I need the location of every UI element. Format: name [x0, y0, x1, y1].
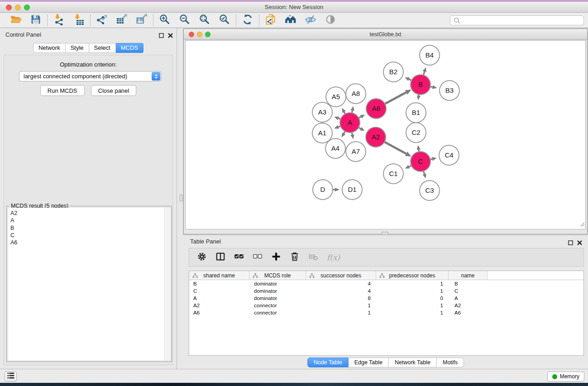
window-resize-grip[interactable]	[579, 220, 585, 229]
criterion-dropdown[interactable]: largest connected component (directed)	[19, 71, 161, 81]
tab-edge-table[interactable]: Edge Table	[349, 357, 389, 367]
graph-node-A1[interactable]: A1	[312, 123, 332, 143]
open-session-button[interactable]	[8, 14, 24, 27]
select-all-columns-button[interactable]	[234, 251, 244, 264]
table-cell[interactable]: 8	[306, 295, 376, 302]
table-cell[interactable]: A	[449, 295, 488, 302]
network-minimize-button[interactable]	[197, 32, 202, 37]
table-cell[interactable]: 1	[306, 302, 376, 309]
table-cell[interactable]: 1	[376, 280, 449, 287]
close-window-button[interactable]	[6, 5, 12, 10]
delete-columns-button[interactable]	[290, 251, 300, 264]
clone-network-button[interactable]	[263, 14, 279, 27]
table-cell[interactable]: dominator	[249, 287, 306, 295]
tab-node-table[interactable]: Node Table	[307, 357, 349, 367]
graph-node-A3[interactable]: A3	[312, 102, 332, 122]
graph-node-A4[interactable]: A4	[325, 138, 345, 158]
memory-button[interactable]: Memory	[547, 372, 584, 381]
column-header-predecessor-nodes[interactable]: predecessor nodes	[376, 271, 449, 280]
graph-node-C[interactable]: C	[411, 152, 430, 172]
table-cell[interactable]: 1	[376, 287, 449, 295]
table-cell[interactable]: B	[449, 280, 488, 287]
zoom-in-button[interactable]	[157, 14, 173, 27]
table-cell[interactable]: 4	[306, 280, 376, 287]
graph-node-A5[interactable]: A5	[326, 87, 346, 107]
tab-motifs[interactable]: Motifs	[437, 357, 464, 367]
table-row[interactable]: A6connector11A6	[189, 309, 583, 316]
tab-network-table[interactable]: Network Table	[389, 357, 437, 367]
tab-select[interactable]: Select	[89, 43, 116, 53]
table-cell[interactable]: C	[189, 287, 249, 295]
control-panel-float-icon[interactable]	[159, 32, 164, 40]
zoom-out-button[interactable]	[177, 14, 193, 27]
maximize-window-button[interactable]	[24, 5, 30, 10]
table-cell[interactable]: 1	[376, 302, 449, 309]
search-box[interactable]	[450, 15, 584, 25]
table-cell[interactable]: C	[449, 287, 488, 295]
table-panel-float-icon[interactable]	[568, 239, 573, 247]
graph-node-C3[interactable]: C3	[420, 181, 440, 200]
export-network-button[interactable]	[94, 14, 110, 27]
tab-mcds[interactable]: MCDS	[116, 43, 143, 53]
graph-node-A7[interactable]: A7	[346, 142, 366, 162]
save-session-button[interactable]	[28, 14, 44, 27]
table-cell[interactable]: 0	[376, 295, 449, 302]
mcds-result-scrollbar[interactable]	[164, 208, 170, 360]
show-columns-button[interactable]	[215, 251, 225, 264]
graph-node-A6[interactable]: A6	[366, 99, 386, 119]
minimize-window-button[interactable]	[15, 5, 21, 10]
table-row[interactable]: Adominator80A	[189, 295, 583, 302]
hide-graphics-details-button[interactable]	[302, 14, 319, 27]
export-table-button[interactable]	[114, 14, 130, 27]
tab-network[interactable]: Network	[33, 43, 66, 53]
home-button[interactable]	[282, 14, 299, 27]
graph-node-B2[interactable]: B2	[383, 62, 403, 82]
column-header-name[interactable]: name	[449, 271, 488, 280]
column-header-MCDS-role[interactable]: MCDS role	[249, 271, 306, 280]
network-maximize-button[interactable]	[205, 32, 210, 37]
graph-node-C1[interactable]: C1	[383, 164, 403, 184]
import-table-button[interactable]	[71, 14, 87, 27]
vertical-splitter-handle[interactable]	[179, 195, 183, 201]
table-row[interactable]: Bdominator41B	[189, 280, 583, 287]
graph-node-B[interactable]: B	[411, 75, 430, 95]
mcds-result-item[interactable]: A	[10, 217, 170, 224]
graph-node-B3[interactable]: B3	[440, 81, 459, 100]
table-cell[interactable]: connector	[249, 302, 306, 309]
graph-node-A[interactable]: A	[340, 113, 360, 133]
export-image-button[interactable]	[134, 14, 150, 27]
graph-node-A2[interactable]: A2	[366, 127, 386, 147]
graph-node-D[interactable]: D	[313, 180, 333, 200]
show-graphics-details-button[interactable]	[322, 14, 339, 27]
table-cell[interactable]: A2	[449, 302, 488, 309]
table-cell[interactable]: 4	[306, 287, 376, 295]
graph-node-C4[interactable]: C4	[439, 145, 459, 165]
zoom-fit-button[interactable]	[196, 14, 213, 27]
table-cell[interactable]: connector	[249, 309, 306, 316]
search-input[interactable]	[462, 16, 583, 24]
table-cell[interactable]: A2	[189, 302, 249, 309]
table-cell[interactable]: 1	[376, 309, 449, 316]
network-canvas[interactable]: B4B2BB3A8A5A6B1A3AC2A1A2A4A7CC4C1C3DD1	[185, 40, 586, 229]
mcds-result-item[interactable]: A6	[10, 239, 170, 246]
network-close-button[interactable]	[189, 32, 194, 37]
graph-node-D1[interactable]: D1	[342, 180, 362, 200]
table-row[interactable]: Cdominator41C	[189, 287, 583, 295]
mcds-result-item[interactable]: B	[10, 224, 170, 232]
column-header-successor-nodes[interactable]: successor nodes	[306, 271, 376, 280]
table-cell[interactable]: dominator	[249, 280, 306, 287]
run-mcds-button[interactable]: Run MCDS	[40, 85, 85, 96]
table-row[interactable]: A2connector11A2	[189, 302, 583, 309]
table-cell[interactable]: B	[189, 280, 249, 287]
table-cell[interactable]: A	[189, 295, 249, 302]
column-header-shared-name[interactable]: shared name	[189, 271, 249, 280]
graph-node-B1[interactable]: B1	[406, 103, 426, 123]
mcds-result-item[interactable]: C	[10, 232, 170, 239]
table-options-gear-button[interactable]	[197, 251, 207, 264]
unselect-all-columns-button[interactable]	[253, 251, 263, 264]
graph-node-B4[interactable]: B4	[420, 45, 440, 65]
table-cell[interactable]: A6	[189, 309, 249, 316]
tab-style[interactable]: Style	[66, 43, 89, 53]
table-cell[interactable]: dominator	[249, 295, 306, 302]
add-column-button[interactable]	[271, 251, 281, 264]
